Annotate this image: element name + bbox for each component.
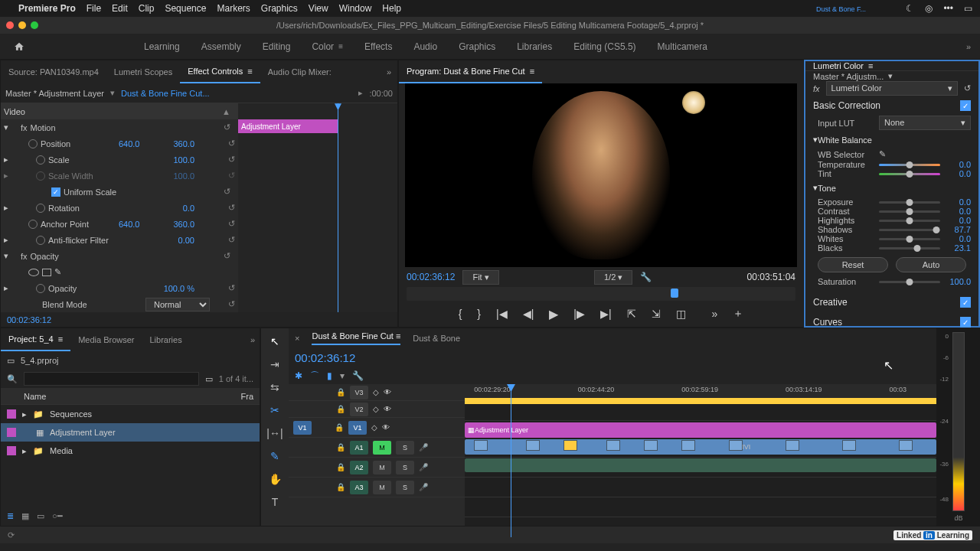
whites-slider[interactable] (879, 238, 940, 240)
linked-selection-icon[interactable]: ⌒ (310, 370, 319, 383)
close-window-button[interactable] (6, 21, 14, 29)
solo-a3[interactable]: S (396, 481, 414, 494)
highlights-slider[interactable] (879, 220, 940, 222)
creative-enable-checkbox[interactable]: ✓ (960, 297, 971, 308)
track-a1-lane[interactable] (465, 458, 936, 478)
razor-tool[interactable]: ✂ (270, 402, 279, 419)
contrast-slider[interactable] (879, 210, 940, 213)
wrench-icon[interactable]: 🔧 (352, 370, 364, 381)
mark-in-button[interactable]: { (456, 308, 466, 320)
timeline-ruler[interactable]: 00:02:29:20 00:02:44:20 00:02:59:19 00:0… (465, 384, 936, 398)
toggle-output-icon[interactable]: ◇ (371, 423, 377, 432)
track-a3-lane[interactable] (465, 497, 936, 517)
timeline-tracks[interactable]: 00:02:29:20 00:02:44:20 00:02:59:19 00:0… (465, 384, 936, 526)
ec-position[interactable]: Position640.0360.0↺ (1, 135, 238, 152)
workspace-editing[interactable]: Editing (263, 41, 291, 52)
step-fwd-button[interactable]: |▶ (570, 308, 588, 320)
solo-a2[interactable]: S (396, 461, 414, 474)
scrub-marker[interactable] (671, 289, 678, 298)
ec-master-label[interactable]: Master * Adjustment Layer (5, 89, 104, 98)
tab-audio-clip-mixer[interactable]: Audio Clip Mixer: (260, 60, 339, 83)
lock-icon[interactable]: 🔒 (336, 405, 345, 413)
menu-graphics[interactable]: Graphics (261, 3, 298, 14)
new-bin-icon[interactable]: ▭ (205, 374, 213, 384)
basic-correction-header[interactable]: Basic Correction (813, 100, 880, 111)
tab-sequence-fine-cut[interactable]: Dust & Bone Fine Cut ≡ (312, 331, 400, 345)
stopwatch-icon[interactable] (36, 155, 45, 165)
icon-view-icon[interactable]: ▦ (21, 511, 29, 521)
menu-edit[interactable]: Edit (112, 3, 128, 14)
program-scrubber[interactable] (407, 287, 795, 301)
ec-timecode[interactable]: 00:02:36:12 (1, 312, 397, 327)
menu-help[interactable]: Help (382, 3, 401, 14)
clip-audio-a1[interactable] (465, 458, 936, 472)
lumetri-fx-select[interactable]: Lumetri Color ▾ (826, 81, 958, 96)
workspace-effects[interactable]: Effects (364, 41, 392, 52)
mark-out-button[interactable]: } (474, 308, 484, 320)
col-frame[interactable]: Fra (241, 392, 254, 401)
pen-tool[interactable]: ✎ (270, 448, 279, 465)
stopwatch-icon[interactable] (36, 236, 45, 245)
track-v2-lane[interactable]: ▦ Adjustment Layer (465, 421, 936, 438)
eye-icon[interactable]: 👁 (384, 388, 391, 396)
solo-a1[interactable]: S (396, 441, 414, 455)
ec-clip-bar[interactable]: Adjustment Layer (238, 119, 338, 133)
timeline-timecode[interactable]: 00:02:36:12 (289, 348, 361, 367)
ec-scale-width[interactable]: ▸Scale Width100.0↺ (1, 168, 238, 184)
go-in-button[interactable]: |◀ (493, 308, 511, 320)
add-button[interactable]: ＋ (730, 307, 746, 321)
tone-header[interactable]: Tone (818, 184, 836, 193)
timeline-settings-icon[interactable]: ▾ (340, 370, 345, 381)
stopwatch-icon[interactable] (28, 220, 38, 229)
tab-libraries[interactable]: Libraries (142, 328, 189, 351)
whites-value[interactable]: 0.0 (945, 234, 971, 243)
tab-program[interactable]: Program: Dust & Bone Fine Cut ≡ (399, 60, 542, 83)
white-balance-header[interactable]: White Balance (818, 135, 872, 145)
home-button[interactable] (9, 37, 29, 57)
type-tool[interactable]: T (272, 494, 279, 510)
project-item-media[interactable]: ▸📁Media (1, 442, 260, 460)
zoom-slider[interactable]: ○━ (52, 511, 63, 521)
program-zoom-select[interactable]: 1/2 ▾ (594, 270, 632, 285)
ec-mini-timeline[interactable]: Adjustment Layer (238, 103, 397, 312)
track-select-tool[interactable]: ⇥ (270, 356, 279, 373)
list-view-icon[interactable]: ≣ (7, 511, 14, 521)
lift-button[interactable]: ⇱ (624, 308, 639, 320)
saturation-value[interactable]: 100.0 (945, 277, 971, 286)
extract-button[interactable]: ⇲ (648, 308, 664, 320)
reset-icon[interactable]: ↺ (964, 83, 971, 93)
lumetri-master[interactable]: Master * Adjustm... (813, 72, 884, 81)
menu-file[interactable]: File (87, 3, 101, 14)
track-v1[interactable]: V1 (348, 421, 367, 435)
sync-icon[interactable]: ⟳ (8, 530, 15, 540)
track-a2-lane[interactable] (465, 478, 936, 497)
ec-opacity[interactable]: ▸Opacity100.0 %↺ (1, 280, 238, 296)
selection-tool[interactable]: ↖ (270, 333, 279, 350)
eyedropper-icon[interactable]: ✎ (879, 149, 890, 160)
col-name[interactable]: Name (24, 392, 235, 401)
ec-antiflicker[interactable]: ▸Anti-flicker Filter0.00↺ (1, 232, 238, 248)
workspace-graphics[interactable]: Graphics (459, 41, 495, 52)
menu-sequence[interactable]: Sequence (165, 3, 206, 14)
track-v3-lane[interactable] (465, 404, 936, 421)
moon-icon[interactable]: ☾ (906, 3, 914, 14)
mute-a2[interactable]: M (373, 461, 391, 474)
workspace-color[interactable]: Color ≡ (312, 41, 343, 52)
blacks-value[interactable]: 23.1 (945, 243, 971, 253)
highlights-value[interactable]: 0.0 (945, 216, 971, 225)
tab-lumetri-scopes[interactable]: Lumetri Scopes (106, 60, 180, 83)
saturation-slider[interactable] (879, 281, 940, 283)
clip-adjustment-layer[interactable]: ▦ Adjustment Layer (465, 422, 936, 438)
freeform-view-icon[interactable]: ▭ (37, 511, 44, 521)
program-timecode[interactable]: 00:02:36:12 (407, 272, 455, 282)
play-button[interactable]: ▶ (546, 307, 561, 321)
lumetri-clip[interactable]: Dust & Bone F... (813, 2, 869, 17)
reset-button[interactable]: Reset (818, 257, 888, 272)
menu-view[interactable]: View (309, 3, 328, 14)
workspace-assembly[interactable]: Assembly (201, 41, 241, 52)
voice-icon[interactable]: 🎤 (419, 483, 428, 491)
snap-icon[interactable]: ✱ (295, 370, 302, 381)
timeline-workarea[interactable] (465, 398, 936, 404)
stopwatch-icon[interactable] (36, 284, 45, 293)
workspace-audio[interactable]: Audio (413, 41, 437, 52)
